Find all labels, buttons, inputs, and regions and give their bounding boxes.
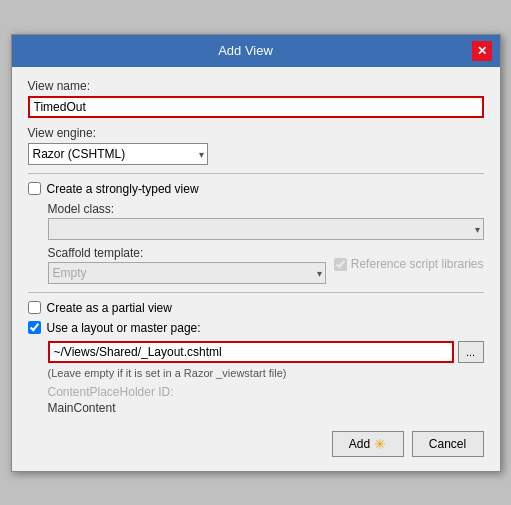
scaffold-template-label: Scaffold template:: [48, 246, 326, 260]
reference-scripts-checkbox[interactable]: [334, 258, 347, 271]
partial-view-checkbox[interactable]: [28, 301, 41, 314]
view-engine-select-wrapper: Razor (CSHTML) ASPX ▾: [28, 143, 208, 165]
dialog-body: View name: View engine: Razor (CSHTML) A…: [12, 67, 500, 471]
content-placeholder-label: ContentPlaceHolder ID:: [48, 385, 484, 399]
cancel-button-label: Cancel: [429, 437, 466, 451]
model-class-select[interactable]: [48, 218, 484, 240]
scaffold-select-wrapper: Empty Create Delete Details Edit List ▾: [48, 262, 326, 284]
layout-path-block: ... (Leave empty if it is set in a Razor…: [48, 341, 484, 379]
view-engine-label: View engine:: [28, 126, 484, 140]
model-class-select-wrapper: ▾: [48, 218, 484, 240]
view-engine-row: View engine: Razor (CSHTML) ASPX ▾: [28, 126, 484, 165]
view-engine-select[interactable]: Razor (CSHTML) ASPX: [28, 143, 208, 165]
cancel-button[interactable]: Cancel: [412, 431, 484, 457]
starburst-icon: ✳: [374, 436, 386, 452]
button-row: Add ✳ Cancel: [28, 425, 484, 459]
title-bar: Add View ✕: [12, 35, 500, 67]
add-button-label: Add: [349, 437, 370, 451]
partial-view-label: Create as a partial view: [47, 301, 172, 315]
use-layout-label: Use a layout or master page:: [47, 321, 201, 335]
content-placeholder-block: ContentPlaceHolder ID: MainContent: [48, 385, 484, 415]
layout-hint: (Leave empty if it is set in a Razor _vi…: [48, 367, 484, 379]
scaffold-template-block: Scaffold template: Empty Create Delete D…: [48, 246, 484, 284]
divider-1: [28, 173, 484, 174]
model-class-block: Model class: ▾: [48, 202, 484, 240]
layout-path-input[interactable]: [48, 341, 454, 363]
strongly-typed-checkbox[interactable]: [28, 182, 41, 195]
view-name-row: View name:: [28, 79, 484, 118]
reference-scripts-row: Reference script libraries: [334, 257, 484, 273]
close-button[interactable]: ✕: [472, 41, 492, 61]
partial-view-row: Create as a partial view: [28, 301, 484, 315]
divider-2: [28, 292, 484, 293]
scaffold-left: Scaffold template: Empty Create Delete D…: [48, 246, 326, 284]
view-name-label: View name:: [28, 79, 484, 93]
content-placeholder-value: MainContent: [48, 401, 484, 415]
reference-scripts-label: Reference script libraries: [351, 257, 484, 271]
use-layout-row: Use a layout or master page:: [28, 321, 484, 335]
dialog-title: Add View: [20, 43, 472, 58]
layout-input-row: ...: [48, 341, 484, 363]
view-name-input[interactable]: [28, 96, 484, 118]
model-class-label: Model class:: [48, 202, 484, 216]
scaffold-template-select[interactable]: Empty Create Delete Details Edit List: [48, 262, 326, 284]
strongly-typed-row: Create a strongly-typed view: [28, 182, 484, 196]
add-button[interactable]: Add ✳: [332, 431, 404, 457]
browse-button[interactable]: ...: [458, 341, 484, 363]
strongly-typed-label: Create a strongly-typed view: [47, 182, 199, 196]
scaffold-inline-row: Scaffold template: Empty Create Delete D…: [48, 246, 484, 284]
add-view-dialog: Add View ✕ View name: View engine: Razor…: [11, 34, 501, 472]
use-layout-checkbox[interactable]: [28, 321, 41, 334]
